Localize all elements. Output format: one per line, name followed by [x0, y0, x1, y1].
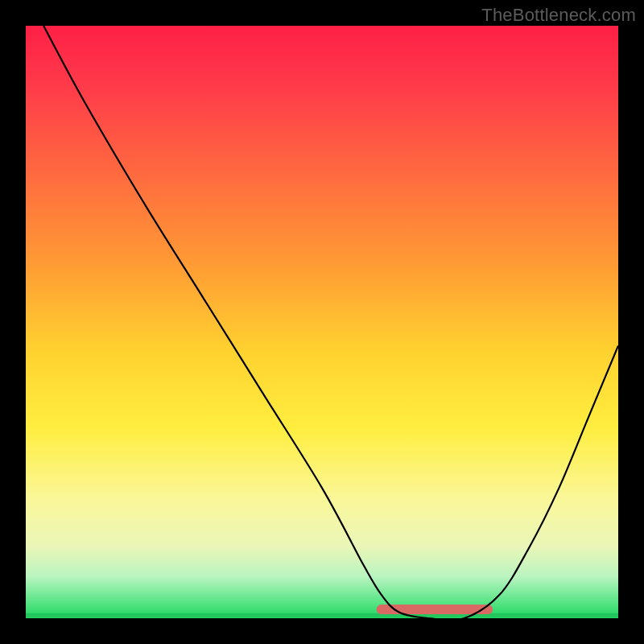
plot-area [26, 26, 618, 618]
bottleneck-curve [43, 26, 618, 618]
attribution-text: TheBottleneck.com [481, 5, 636, 26]
curve-svg [26, 26, 618, 618]
chart-frame: TheBottleneck.com [0, 0, 644, 644]
